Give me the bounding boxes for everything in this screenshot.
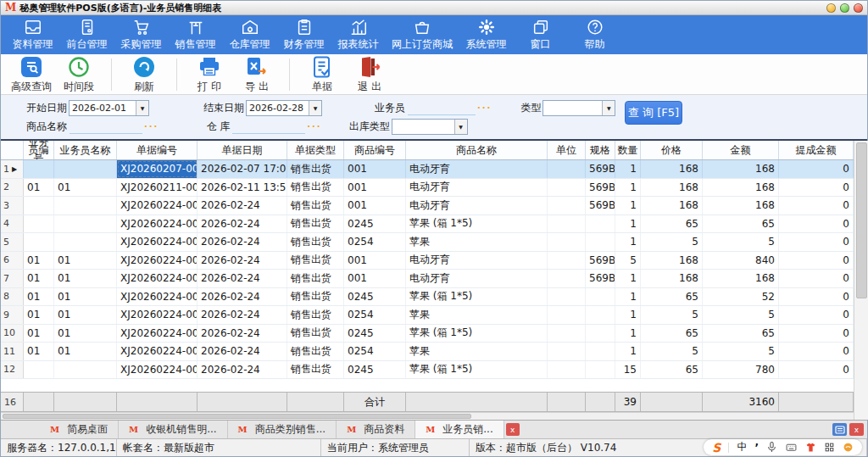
cell-prod_name[interactable]: 电动牙育 — [406, 197, 548, 215]
cell-comm[interactable]: 0 — [779, 252, 854, 270]
tab-3[interactable]: M商品类别销售... — [228, 421, 337, 438]
menu-item[interactable]: 采购管理 — [118, 16, 164, 53]
cell-num[interactable]: 6 — [1, 252, 24, 270]
cell-doc_no[interactable]: XJ20260207-0001 — [117, 160, 198, 178]
cell-price[interactable]: 65 — [641, 325, 703, 343]
cell-prod_code[interactable]: 0254 — [344, 233, 406, 251]
cell-doc_type[interactable]: 销售出货 — [287, 288, 344, 306]
apps-grid-icon[interactable] — [824, 442, 835, 453]
cell-emp_code[interactable]: 01 — [24, 270, 54, 287]
cell-comm[interactable]: 0 — [779, 343, 854, 360]
cell-emp_name[interactable] — [54, 197, 117, 215]
vertical-scrollbar[interactable] — [854, 141, 868, 420]
column-header-prod_name[interactable]: 商品名称 — [406, 141, 548, 159]
column-header-emp_code[interactable]: 业务员编号 — [24, 141, 54, 159]
cell-spec[interactable]: 569B2 — [586, 252, 615, 270]
table-row[interactable]: 80101XJ20260224-00032026-02-24销售出货0245苹果… — [1, 288, 854, 307]
menu-item[interactable]: 财务管理 — [281, 16, 327, 53]
cell-doc_no[interactable]: XJ20260224-0004 — [117, 343, 198, 360]
cell-amount[interactable]: 52 — [703, 288, 779, 306]
outbound-type-select[interactable]: ▼ — [392, 119, 468, 135]
cell-qty[interactable]: 1 — [615, 288, 641, 306]
cell-comm[interactable]: 0 — [779, 160, 854, 178]
cell-emp_name[interactable]: 01 — [54, 325, 117, 343]
menu-item[interactable]: 销售管理 — [172, 16, 219, 53]
cell-num[interactable]: 9 — [1, 306, 24, 324]
cell-doc_type[interactable]: 销售出货 — [287, 215, 344, 233]
maximize-button[interactable] — [840, 3, 849, 13]
cell-price[interactable]: 168 — [641, 160, 703, 178]
query-button[interactable]: 查 询 [F5] — [625, 101, 682, 125]
cell-num[interactable]: 12 — [1, 361, 24, 379]
cell-doc_type[interactable]: 销售出货 — [287, 306, 344, 324]
cell-unit[interactable] — [548, 306, 586, 324]
cell-emp_code[interactable]: 01 — [24, 288, 54, 306]
cell-num[interactable]: 11 — [1, 343, 24, 360]
cell-emp_code[interactable]: 01 — [24, 325, 54, 343]
cell-doc_no[interactable]: XJ20260224-0001 — [117, 215, 198, 233]
toolbar-button[interactable]: 退 出 — [346, 55, 393, 94]
cell-price[interactable]: 65 — [641, 288, 703, 306]
ime-punct-toggle[interactable]: ’ — [754, 442, 759, 454]
cell-unit[interactable] — [548, 215, 586, 233]
cell-prod_name[interactable]: 苹果 (箱 1*5) — [406, 288, 548, 306]
cell-num[interactable]: 5 — [1, 233, 24, 251]
menu-item[interactable]: 仓库管理 — [226, 16, 273, 53]
cell-amount[interactable]: 5 — [703, 306, 779, 324]
cell-doc_date[interactable]: 2026-02-24 — [198, 270, 287, 287]
column-header-price[interactable]: 价格 — [641, 141, 703, 159]
cell-price[interactable]: 65 — [641, 361, 703, 379]
cell-comm[interactable]: 0 — [779, 306, 854, 324]
cell-unit[interactable] — [548, 160, 586, 178]
chevron-down-icon[interactable]: ▼ — [602, 101, 615, 115]
cell-num[interactable]: 8 — [1, 288, 24, 306]
cell-unit[interactable] — [548, 197, 586, 215]
cell-doc_no[interactable]: XJ20260224-0003 — [117, 270, 198, 287]
toolbar-button[interactable]: 单据 — [298, 55, 346, 94]
cell-doc_date[interactable]: 2026-02-24 — [198, 306, 287, 324]
cell-doc_no[interactable]: XJ20260211-0001 — [117, 179, 198, 197]
cell-comm[interactable]: 0 — [779, 233, 854, 251]
toolbar-button[interactable]: 导 出 — [233, 55, 281, 94]
cell-emp_code[interactable] — [24, 361, 54, 379]
cell-qty[interactable]: 1 — [615, 233, 641, 251]
end-date-select[interactable]: 2026-02-28 ▼ — [246, 100, 322, 116]
skin-shirt-icon[interactable] — [805, 442, 816, 453]
cell-doc_no[interactable]: XJ20260224-0005 — [117, 361, 198, 379]
start-date-select[interactable]: 2026-02-01 ▼ — [69, 100, 149, 116]
cell-prod_code[interactable]: 001 — [344, 160, 406, 178]
cell-emp_code[interactable]: 01 — [24, 306, 54, 324]
cell-doc_date[interactable]: 2026-02-24 — [198, 361, 287, 379]
microphone-icon[interactable] — [766, 442, 777, 453]
cell-num[interactable]: 3 — [1, 197, 24, 215]
cell-emp_code[interactable] — [24, 160, 54, 178]
cell-prod_name[interactable]: 电动牙育 — [406, 160, 548, 178]
keyboard-panel-button[interactable] — [832, 423, 847, 436]
cell-doc_date[interactable]: 2026-02-24 — [198, 288, 287, 306]
cell-comm[interactable]: 0 — [779, 270, 854, 287]
table-row[interactable]: 70101XJ20260224-00032026-02-24销售出货001电动牙… — [1, 270, 854, 288]
cell-doc_no[interactable]: XJ20260224-0001 — [117, 233, 198, 251]
cell-unit[interactable] — [548, 288, 586, 306]
cell-amount[interactable]: 168 — [703, 197, 779, 215]
cell-prod_code[interactable]: 001 — [344, 197, 406, 215]
tab-5[interactable]: M业务员销... — [415, 421, 504, 438]
cell-qty[interactable]: 1 — [615, 179, 641, 197]
cell-prod_name[interactable]: 电动牙育 — [406, 252, 548, 270]
keyboard-icon[interactable] — [785, 442, 798, 453]
column-header-doc_no[interactable]: 单据编号 — [117, 141, 198, 159]
cell-doc_date[interactable]: 2026-02-07 17:00:57 — [198, 160, 287, 178]
cell-amount[interactable]: 65 — [703, 325, 779, 343]
cell-spec[interactable] — [586, 233, 615, 251]
cell-unit[interactable] — [548, 179, 586, 197]
cell-doc_date[interactable]: 2026-02-24 — [198, 325, 287, 343]
cell-emp_code[interactable] — [24, 233, 54, 251]
column-header-unit[interactable]: 单位 — [548, 141, 586, 159]
product-name-input[interactable] — [70, 120, 142, 134]
warehouse-input[interactable] — [232, 120, 305, 134]
salesman-input[interactable] — [408, 101, 476, 115]
cell-unit[interactable] — [548, 325, 586, 343]
cell-spec[interactable] — [586, 288, 615, 306]
column-header-doc_type[interactable]: 单据类型 — [287, 141, 344, 159]
cell-qty[interactable]: 1 — [615, 270, 641, 287]
